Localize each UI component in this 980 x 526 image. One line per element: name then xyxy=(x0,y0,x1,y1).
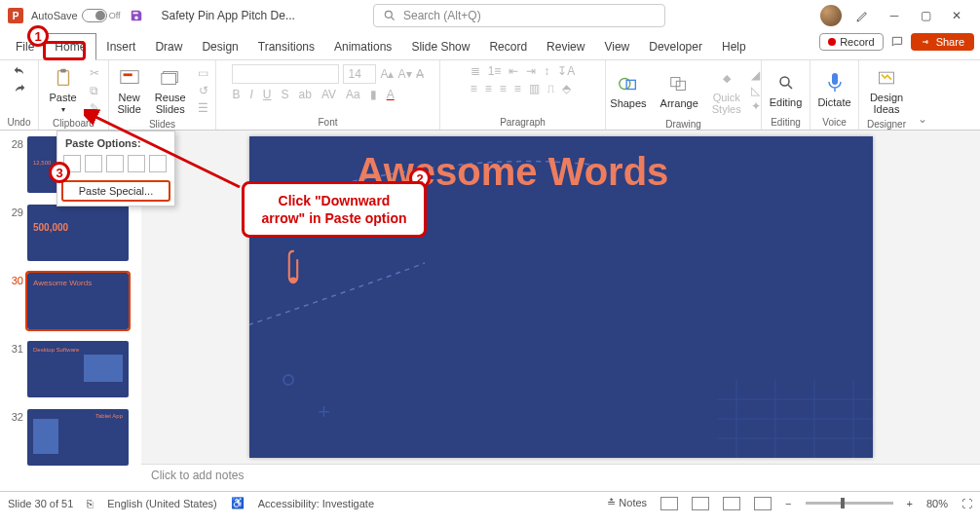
svg-line-13 xyxy=(788,85,792,89)
search-input[interactable]: Search (Alt+Q) xyxy=(373,4,665,27)
highlight-icon[interactable]: ▮ xyxy=(370,88,377,101)
autosave-label: AutoSave xyxy=(31,10,78,21)
save-icon[interactable] xyxy=(129,8,144,23)
tab-help[interactable]: Help xyxy=(712,34,756,59)
charspace-button[interactable]: AV xyxy=(321,88,336,101)
status-accessibility[interactable]: Accessibility: Investigate xyxy=(258,498,374,509)
justify-icon[interactable]: ≡ xyxy=(514,82,521,95)
bold-button[interactable]: B xyxy=(232,88,240,101)
tab-draw[interactable]: Draw xyxy=(145,34,192,59)
copy-icon[interactable]: ⧉ xyxy=(87,83,102,98)
user-avatar[interactable] xyxy=(820,5,842,26)
tab-home[interactable]: Home xyxy=(44,33,96,60)
reading-view-icon[interactable] xyxy=(723,497,740,510)
font-size-select[interactable]: 14 xyxy=(343,64,376,84)
shapes-label: Shapes xyxy=(610,97,646,109)
smartart-icon[interactable]: ⬘ xyxy=(562,82,571,95)
app-icon: P xyxy=(8,8,23,23)
underline-button[interactable]: U xyxy=(263,88,272,101)
quick-styles-button[interactable]: ◆ Quick Styles xyxy=(708,64,745,117)
share-button[interactable]: Share xyxy=(911,33,974,51)
decrease-font-icon[interactable]: A▾ xyxy=(398,67,412,81)
zoom-out-button[interactable]: − xyxy=(785,498,791,509)
tab-design[interactable]: Design xyxy=(192,34,247,59)
arrange-button[interactable]: Arrange xyxy=(657,70,702,111)
thumb-32[interactable]: 32 Tablet App xyxy=(0,407,141,475)
chevron-down-icon[interactable]: ▾ xyxy=(61,105,65,114)
shape-effects-icon[interactable]: ✦ xyxy=(751,99,761,113)
reset-icon[interactable]: ↺ xyxy=(196,83,211,98)
editing-button[interactable]: Editing xyxy=(766,69,807,110)
tab-animations[interactable]: Animations xyxy=(324,34,401,59)
increase-font-icon[interactable]: A▴ xyxy=(380,67,394,81)
tab-insert[interactable]: Insert xyxy=(96,34,145,59)
group-font-label: Font xyxy=(318,115,337,128)
maximize-button[interactable]: ▢ xyxy=(910,4,941,27)
clear-format-icon[interactable]: A̶ xyxy=(416,67,424,81)
font-family-select[interactable] xyxy=(232,64,339,84)
columns-icon[interactable]: ▥ xyxy=(529,82,540,95)
notes-pane[interactable]: Click to add notes xyxy=(141,464,980,491)
undo-icon[interactable] xyxy=(12,64,27,80)
close-button[interactable]: ✕ xyxy=(941,4,972,27)
indent-dec-icon[interactable]: ⇤ xyxy=(509,64,518,78)
accessibility-icon[interactable]: ♿ xyxy=(231,497,245,509)
tab-transitions[interactable]: Transitions xyxy=(248,34,324,59)
layout-icon[interactable]: ▭ xyxy=(196,65,211,81)
tab-developer[interactable]: Developer xyxy=(639,34,712,59)
arrange-icon xyxy=(667,72,691,95)
align-center-icon[interactable]: ≡ xyxy=(485,82,492,95)
line-spacing-icon[interactable]: ↕ xyxy=(544,64,549,78)
annotation-box: Click "Downward arrow" in Paste option xyxy=(242,181,427,238)
tab-record[interactable]: Record xyxy=(479,34,537,59)
sorter-view-icon[interactable] xyxy=(692,497,709,510)
record-button[interactable]: Record xyxy=(819,33,883,51)
redo-icon[interactable] xyxy=(12,82,27,97)
slideshow-view-icon[interactable] xyxy=(754,497,772,510)
tab-slideshow[interactable]: Slide Show xyxy=(401,34,479,59)
paste-button[interactable]: Paste ▾ xyxy=(45,64,80,116)
cut-icon[interactable]: ✂ xyxy=(87,65,102,81)
shape-fill-icon[interactable]: ◢ xyxy=(751,68,761,82)
bullets-icon[interactable]: ≣ xyxy=(471,64,480,78)
dictate-button[interactable]: Dictate xyxy=(813,69,854,110)
annotation-arrow xyxy=(84,109,249,197)
strike-button[interactable]: S xyxy=(282,88,289,101)
thumb-num: 30 xyxy=(6,273,23,286)
text-direction-icon[interactable]: ↧A xyxy=(557,64,575,78)
ink-icon[interactable] xyxy=(848,4,879,27)
case-button[interactable]: Aa xyxy=(346,88,360,101)
zoom-level[interactable]: 80% xyxy=(926,498,948,509)
thumb-29[interactable]: 29 500,000 xyxy=(0,203,141,271)
font-color-icon[interactable]: A xyxy=(387,88,395,101)
zoom-slider[interactable] xyxy=(806,502,893,505)
design-ideas-button[interactable]: Design Ideas xyxy=(866,64,907,117)
minimize-button[interactable]: ─ xyxy=(879,4,910,27)
shapes-button[interactable]: Shapes xyxy=(606,70,650,111)
comments-icon[interactable] xyxy=(889,34,905,50)
align-right-icon[interactable]: ≡ xyxy=(500,82,507,95)
indent-inc-icon[interactable]: ⇥ xyxy=(526,64,536,78)
thumb-30[interactable]: 30 Awesome Words xyxy=(0,271,141,339)
align-left-icon[interactable]: ≡ xyxy=(471,82,477,95)
spellcheck-icon[interactable]: ⎘ xyxy=(87,498,94,509)
zoom-in-button[interactable]: + xyxy=(907,498,913,509)
shape-outline-icon[interactable]: ◺ xyxy=(751,84,761,97)
thumb-content: Tablet App xyxy=(95,413,123,419)
fit-window-icon[interactable]: ⛶ xyxy=(961,498,972,509)
shadow-button[interactable]: ab xyxy=(299,88,312,101)
thumb-31[interactable]: 31 Desktop Software xyxy=(0,339,141,407)
italic-button[interactable]: I xyxy=(250,88,253,101)
toggle-icon[interactable] xyxy=(82,9,107,22)
notes-toggle[interactable]: ≛ Notes xyxy=(607,497,647,509)
reuse-slides-icon xyxy=(159,66,182,90)
thumb-content: Awesome Words xyxy=(33,279,123,287)
ribbon-collapse-icon[interactable]: ⌄ xyxy=(914,60,931,130)
align-text-icon[interactable]: ⎍ xyxy=(547,82,554,95)
tab-review[interactable]: Review xyxy=(537,34,594,59)
numbering-icon[interactable]: 1≡ xyxy=(488,64,502,78)
tab-view[interactable]: View xyxy=(594,34,639,59)
normal-view-icon[interactable] xyxy=(660,497,678,510)
autosave-toggle[interactable]: AutoSave Off xyxy=(31,9,121,22)
status-lang[interactable]: English (United States) xyxy=(107,498,217,509)
